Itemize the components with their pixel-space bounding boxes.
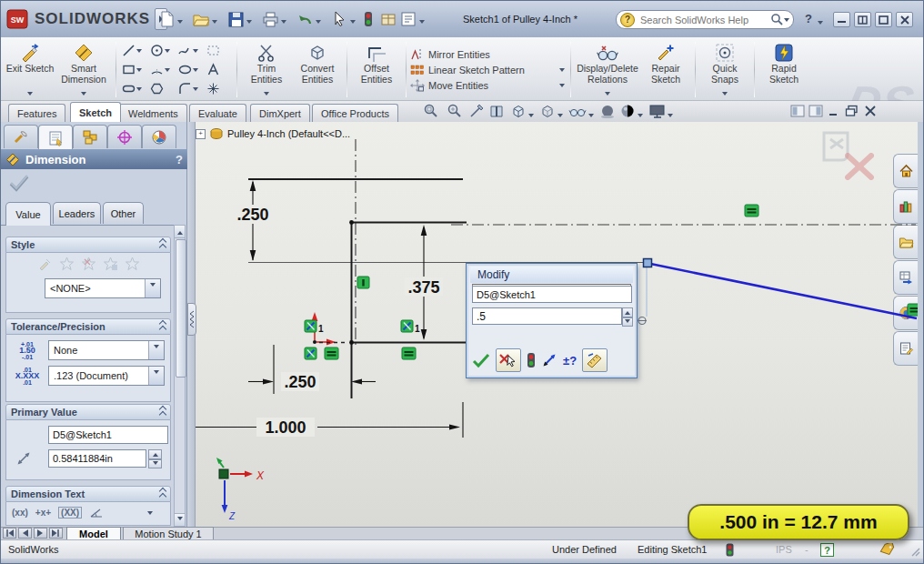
value-tab[interactable]: Value (5, 202, 51, 226)
dimension-text-header[interactable]: Dimension Text (5, 486, 171, 502)
panel-help-icon[interactable]: ? (176, 153, 183, 166)
last-tab-button[interactable] (49, 528, 63, 539)
svg-text:.375: .375 (407, 278, 439, 297)
status-units-flyout[interactable]: - (805, 544, 808, 555)
svg-text:1: 1 (415, 324, 420, 334)
tolerance-dropdown-arrow-icon[interactable] (148, 341, 164, 359)
modify-rebuild-button[interactable] (527, 349, 536, 371)
style-favorite-buttons[interactable] (12, 257, 165, 271)
featuremanager-tab[interactable] (4, 125, 38, 148)
dimension-name-field[interactable] (48, 426, 168, 444)
featuremanager-icon (13, 129, 29, 146)
spin-up-icon[interactable] (148, 449, 162, 459)
sketch-endpoint-bottom[interactable] (349, 340, 354, 345)
collapse-chevron-icon[interactable] (160, 239, 166, 250)
tolerance-type-dropdown[interactable]: None (48, 340, 165, 360)
primary-value-header[interactable]: Primary Value (5, 404, 171, 420)
status-rebuild-icon (726, 543, 734, 557)
resize-grip[interactable] (910, 547, 921, 558)
other-tab[interactable]: Other (103, 202, 144, 224)
dimension-top-offset[interactable]: .250 (234, 180, 272, 261)
scroll-down-icon[interactable] (175, 513, 185, 526)
line-endpoint-handle[interactable] (644, 259, 652, 267)
svg-text:1.000: 1.000 (265, 418, 306, 437)
splitter-flyout-button[interactable] (187, 303, 196, 336)
tree-expand-icon[interactable]: + (196, 129, 206, 139)
propertymanager-tab[interactable] (38, 125, 73, 150)
model-tab[interactable]: Model (66, 527, 121, 539)
panel-splitter[interactable] (187, 122, 196, 527)
motion-study-tab[interactable]: Motion Study 1 (123, 527, 214, 539)
modify-dialog[interactable]: Modify ±? (466, 263, 638, 378)
modify-ok-button[interactable] (472, 349, 490, 371)
relation-coincident-badge-2[interactable]: 1 (401, 320, 420, 334)
status-tag-icon[interactable] (879, 543, 895, 556)
configurationmanager-tab[interactable] (73, 125, 107, 148)
svg-text:?: ? (824, 545, 830, 556)
style-group-header[interactable]: Style (5, 237, 171, 253)
relation-equal-badge-2[interactable] (402, 347, 416, 359)
dimxpertmanager-tab[interactable] (107, 125, 142, 148)
collapse-chevron-icon[interactable] (160, 321, 166, 332)
spin-down-icon[interactable] (148, 459, 162, 468)
relation-equal-badge-1[interactable] (325, 347, 338, 359)
precision-dropdown[interactable]: .123 (Document) (48, 366, 165, 386)
confirmation-corner-watermark (824, 133, 848, 160)
modify-units-button[interactable] (582, 348, 608, 372)
center-text-icon[interactable]: (xx) (12, 508, 28, 518)
relation-vertical-badge[interactable] (357, 277, 369, 288)
dimension-text-more-icon[interactable] (147, 511, 153, 518)
scroll-up-icon[interactable] (175, 226, 185, 238)
modify-cancel-button[interactable] (496, 348, 521, 372)
save-style-icon (103, 257, 118, 271)
modify-spin-down-icon[interactable] (622, 317, 633, 327)
status-bar: SolidWorks Under Defined Editing Sketch1… (1, 539, 924, 559)
coordinate-triad: X Z (216, 458, 265, 521)
propertymanager-icon (47, 130, 64, 146)
selected-sketch-line[interactable] (638, 259, 918, 325)
ok-button[interactable] (8, 174, 30, 192)
modify-value-field[interactable] (472, 307, 622, 325)
relation-coincident-badge-1[interactable]: 1 (305, 320, 324, 334)
panel-scrollbar[interactable] (174, 225, 186, 527)
tolerance-group-header[interactable]: Tolerance/Precision (5, 318, 171, 335)
leaders-tab[interactable]: Leaders (53, 202, 101, 224)
tree-root-label[interactable]: Pulley 4-Inch (Default<<D... (227, 128, 350, 139)
status-help-icon[interactable]: ? (820, 543, 834, 557)
displaymanager-tab[interactable] (142, 125, 176, 148)
modify-spin-up-icon[interactable] (622, 307, 633, 317)
modify-dimension-name-field[interactable] (472, 286, 632, 303)
property-panel-header: Dimension ? (1, 149, 187, 169)
boxed-text-icon[interactable]: (XX) (58, 507, 82, 519)
relation-equal-badge-3[interactable] (745, 205, 758, 217)
offset-text-icon[interactable]: +x+ (35, 508, 51, 518)
modify-dialog-title[interactable]: Modify (470, 267, 633, 283)
status-units[interactable]: IPS (776, 544, 792, 555)
sketch-endpoint-top[interactable] (349, 220, 354, 225)
scroll-thumb[interactable] (176, 239, 186, 378)
modify-value-spinner[interactable] (622, 307, 633, 325)
feature-tree-flyout[interactable]: + Pulley 4-Inch (Default<<D... (196, 127, 350, 140)
tab-sketch[interactable]: Sketch (70, 102, 121, 123)
style-dropdown[interactable]: <NONE> (45, 278, 161, 298)
modify-reverse-direction-button[interactable] (541, 349, 557, 371)
style-dropdown-arrow-icon[interactable] (145, 279, 160, 297)
angle-text-icon[interactable] (89, 508, 104, 519)
dimension-value-field[interactable] (48, 449, 146, 468)
status-editing-mode: Editing Sketch1 (638, 544, 707, 555)
window-frame-right (918, 122, 924, 527)
collapse-chevron-icon[interactable] (160, 407, 166, 418)
status-app-name: SolidWorks (8, 544, 58, 555)
first-tab-button[interactable] (3, 528, 16, 539)
dimension-overall-width[interactable]: 1.000 (195, 402, 463, 438)
precision-dropdown-arrow-icon[interactable] (148, 367, 164, 385)
relation-coincident-badge-3[interactable] (305, 347, 316, 359)
delete-style-icon (81, 257, 96, 271)
next-tab-button[interactable] (34, 528, 47, 539)
cancel-sketch-watermark-icon[interactable] (848, 156, 871, 177)
modify-tolerance-button[interactable]: ±? (563, 349, 577, 371)
value-spinner[interactable] (148, 449, 162, 468)
sketch-origin[interactable] (312, 312, 348, 345)
previous-tab-button[interactable] (18, 528, 32, 539)
collapse-chevron-icon[interactable] (160, 488, 166, 499)
